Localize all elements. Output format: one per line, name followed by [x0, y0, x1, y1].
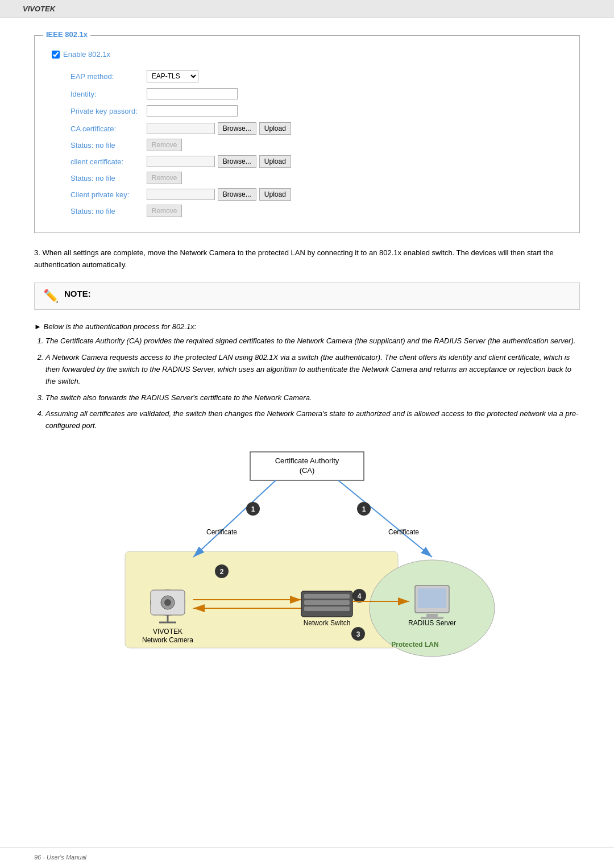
identity-input[interactable] — [147, 88, 238, 99]
private-key-input[interactable] — [147, 105, 238, 117]
svg-rect-25 — [304, 600, 350, 605]
ca-cert-row: CA certificate: Browse... Upload — [66, 119, 296, 138]
client-cert-upload-button[interactable]: Upload — [259, 155, 291, 168]
auth-header: ► Below is the authentication process fo… — [34, 321, 580, 333]
client-key-status-label: Status: no file — [66, 203, 142, 218]
client-cert-remove-button[interactable]: Remove — [147, 172, 182, 184]
auth-step-4: Assuming all certificates are validated,… — [45, 408, 580, 432]
svg-rect-31 — [418, 588, 446, 608]
svg-text:1: 1 — [362, 505, 366, 513]
eap-method-row: EAP method: EAP-TLS EAP-PEAP EAP-TTLS — [66, 67, 296, 85]
client-key-upload-button[interactable]: Upload — [259, 188, 291, 201]
ca-cert-file-input[interactable] — [147, 123, 215, 134]
eap-method-label: EAP method: — [66, 67, 142, 85]
client-key-cell: Browse... Upload — [142, 185, 296, 203]
client-key-browse-button[interactable]: Browse... — [218, 188, 256, 201]
ca-cert-remove-button[interactable]: Remove — [147, 139, 182, 151]
identity-label: Identity: — [66, 85, 142, 102]
identity-row: Identity: — [66, 85, 296, 102]
svg-text:RADIUS Server: RADIUS Server — [408, 619, 456, 627]
svg-text:Network Switch: Network Switch — [304, 619, 351, 627]
auth-step-2: A Network Camera requests access to the … — [45, 352, 580, 387]
svg-text:3: 3 — [356, 630, 360, 638]
diagram: Certificate Authority (CA) 1 1 Certifica… — [80, 443, 534, 659]
main-content: IEEE 802.1x Enable 802.1x EAP method: EA… — [0, 18, 614, 676]
svg-text:Protected LAN: Protected LAN — [391, 641, 438, 649]
svg-rect-24 — [304, 594, 350, 599]
svg-text:Certificate: Certificate — [206, 528, 237, 536]
note-icon: ✏️ — [43, 289, 59, 304]
footer: 96 - User's Manual — [34, 853, 86, 861]
svg-line-5 — [193, 480, 276, 557]
svg-text:(CA): (CA) — [300, 466, 315, 475]
svg-rect-32 — [426, 614, 438, 617]
svg-text:Certificate Authority: Certificate Authority — [275, 456, 339, 465]
svg-text:Network Camera: Network Camera — [142, 636, 193, 644]
svg-rect-26 — [304, 607, 350, 611]
client-status-row: Status: no file Remove — [66, 171, 296, 185]
enable-802-1x-checkbox[interactable] — [52, 51, 60, 59]
svg-text:Certificate: Certificate — [388, 528, 419, 536]
ieee-802-1x-box: IEEE 802.1x Enable 802.1x EAP method: EA… — [34, 35, 580, 233]
page-wrapper: VIVOTEK IEEE 802.1x Enable 802.1x EAP me… — [0, 0, 614, 868]
footer-text: 96 - User's Manual — [34, 854, 86, 861]
svg-text:VIVOTEK: VIVOTEK — [153, 628, 182, 636]
header: VIVOTEK — [0, 0, 614, 18]
client-cert-file-input[interactable] — [147, 156, 215, 167]
client-cert-browse-button[interactable]: Browse... — [218, 155, 256, 168]
enable-label: Enable 802.1x — [63, 50, 110, 59]
svg-text:2: 2 — [220, 568, 224, 576]
client-key-remove-cell: Remove — [142, 203, 296, 218]
svg-line-6 — [338, 480, 432, 557]
auth-notes: ► Below is the authentication process fo… — [34, 321, 580, 432]
private-key-row: Private key passord: — [66, 102, 296, 119]
brand-logo: VIVOTEK — [23, 5, 55, 13]
eap-method-select[interactable]: EAP-TLS EAP-PEAP EAP-TTLS — [147, 70, 198, 82]
svg-point-18 — [164, 599, 171, 606]
enable-row: Enable 802.1x — [52, 50, 562, 59]
ca-remove-cell: Remove — [142, 138, 296, 152]
identity-cell — [142, 85, 296, 102]
client-cert-row: client certificate: Browse... Upload — [66, 152, 296, 171]
auth-step-1: The Certificate Authority (CA) provides … — [45, 335, 580, 347]
diagram-container: Certificate Authority (CA) 1 1 Certifica… — [34, 443, 580, 659]
note-box: ✏️ NOTE: — [34, 283, 580, 310]
ca-cert-upload-button[interactable]: Upload — [259, 122, 291, 135]
diagram-svg: Certificate Authority (CA) 1 1 Certifica… — [80, 443, 534, 659]
ca-cert-browse-button[interactable]: Browse... — [218, 122, 256, 135]
private-key-cell — [142, 102, 296, 119]
auth-steps-list: The Certificate Authority (CA) provides … — [45, 335, 580, 432]
client-key-remove-button[interactable]: Remove — [147, 205, 182, 217]
private-key-label: Private key passord: — [66, 102, 142, 119]
step3-paragraph: 3. When all settings are complete, move … — [34, 247, 580, 271]
note-title: NOTE: — [64, 289, 91, 298]
form-table: EAP method: EAP-TLS EAP-PEAP EAP-TTLS Id… — [66, 67, 296, 218]
client-status-label: Status: no file — [66, 171, 142, 185]
client-key-status-row: Status: no file Remove — [66, 203, 296, 218]
client-cert-cell: Browse... Upload — [142, 152, 296, 171]
ca-cert-label: CA certificate: — [66, 119, 142, 138]
client-key-row: Client private key: Browse... Upload — [66, 185, 296, 203]
ca-status-row: Status: no file Remove — [66, 138, 296, 152]
footer-divider — [0, 848, 614, 848]
client-key-file-input[interactable] — [147, 189, 215, 200]
ca-cert-cell: Browse... Upload — [142, 119, 296, 138]
ca-status-label: Status: no file — [66, 138, 142, 152]
client-cert-label: client certificate: — [66, 152, 142, 171]
client-remove-cell: Remove — [142, 171, 296, 185]
client-key-label: Client private key: — [66, 185, 142, 203]
svg-text:1: 1 — [251, 505, 255, 513]
eap-method-cell: EAP-TLS EAP-PEAP EAP-TTLS — [142, 67, 296, 85]
auth-step-3: The switch also forwards the RADIUS Serv… — [45, 392, 580, 404]
svg-text:4: 4 — [358, 592, 362, 600]
ieee-title: IEEE 802.1x — [43, 30, 90, 39]
